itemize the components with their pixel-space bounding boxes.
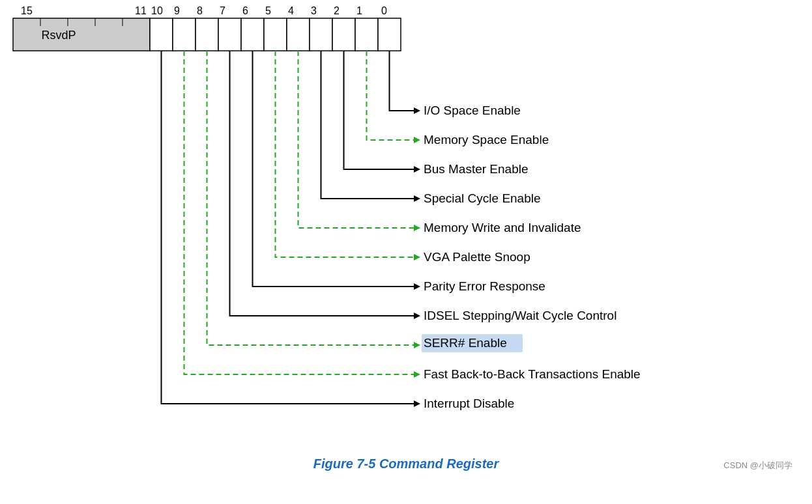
- bit-label-1: 1: [356, 5, 362, 16]
- label-memory-write-invalidate: Memory Write and Invalidate: [424, 221, 581, 234]
- figure-caption: Figure 7-5 Command Register: [313, 456, 499, 471]
- watermark: CSDN @小破同学: [723, 460, 792, 471]
- label-vga-palette-snoop: VGA Palette Snoop: [424, 250, 530, 264]
- svg-rect-9: [264, 18, 287, 51]
- rsvdp-label: RsvdP: [41, 29, 76, 42]
- bit-label-6: 6: [242, 5, 248, 16]
- line-bit1: [367, 51, 414, 140]
- line-bit7: [230, 51, 414, 316]
- svg-rect-8: [241, 18, 264, 51]
- label-serr-enable: SERR# Enable: [424, 336, 507, 350]
- arrow-bit3: [414, 195, 420, 202]
- label-bus-master-enable: Bus Master Enable: [424, 162, 529, 176]
- bit-label-15: 15: [21, 5, 33, 16]
- label-interrupt-disable: Interrupt Disable: [424, 397, 514, 410]
- svg-rect-7: [218, 18, 241, 51]
- line-bit9: [184, 51, 414, 374]
- arrow-bit6: [414, 283, 420, 290]
- line-bit5: [276, 51, 414, 257]
- svg-rect-5: [173, 18, 196, 51]
- arrow-bit8: [414, 342, 420, 348]
- label-fast-back-to-back: Fast Back-to-Back Transactions Enable: [424, 367, 641, 381]
- line-bit3: [321, 51, 414, 199]
- bit-label-10: 10: [151, 5, 163, 16]
- arrow-bit0: [414, 107, 420, 114]
- bit-label-11: 11: [135, 5, 147, 16]
- diagram-container: 15 11 10 9 8 7 6 5 4 3 2 1 0 RsvdP: [0, 0, 812, 504]
- bit-label-7: 7: [220, 5, 225, 16]
- bit-label-9: 9: [174, 5, 180, 16]
- rsvdp-box: [13, 18, 150, 51]
- bit-label-0: 0: [381, 5, 387, 16]
- bit-label-2: 2: [334, 5, 340, 16]
- label-special-cycle-enable: Special Cycle Enable: [424, 191, 541, 205]
- arrow-bit9: [414, 371, 420, 378]
- bit-label-5: 5: [265, 5, 271, 16]
- line-bit0: [390, 51, 414, 111]
- arrow-bit10: [414, 400, 420, 407]
- bit-label-8: 8: [197, 5, 203, 16]
- svg-rect-11: [310, 18, 332, 51]
- label-io-space-enable: I/O Space Enable: [424, 104, 521, 117]
- svg-rect-12: [332, 18, 355, 51]
- label-idsel-stepping: IDSEL Stepping/Wait Cycle Control: [424, 309, 616, 322]
- svg-rect-14: [378, 18, 401, 51]
- label-parity-error-response: Parity Error Response: [424, 279, 545, 293]
- arrow-bit4: [414, 225, 420, 231]
- svg-rect-10: [287, 18, 310, 51]
- arrow-bit7: [414, 313, 420, 319]
- svg-rect-6: [196, 18, 218, 51]
- arrow-bit1: [414, 137, 420, 143]
- arrow-bit5: [414, 254, 420, 260]
- svg-rect-13: [355, 18, 378, 51]
- bit-label-3: 3: [311, 5, 317, 16]
- label-memory-space-enable: Memory Space Enable: [424, 133, 549, 147]
- arrow-bit2: [414, 166, 420, 173]
- bit-label-4: 4: [288, 5, 294, 16]
- svg-rect-4: [150, 18, 173, 51]
